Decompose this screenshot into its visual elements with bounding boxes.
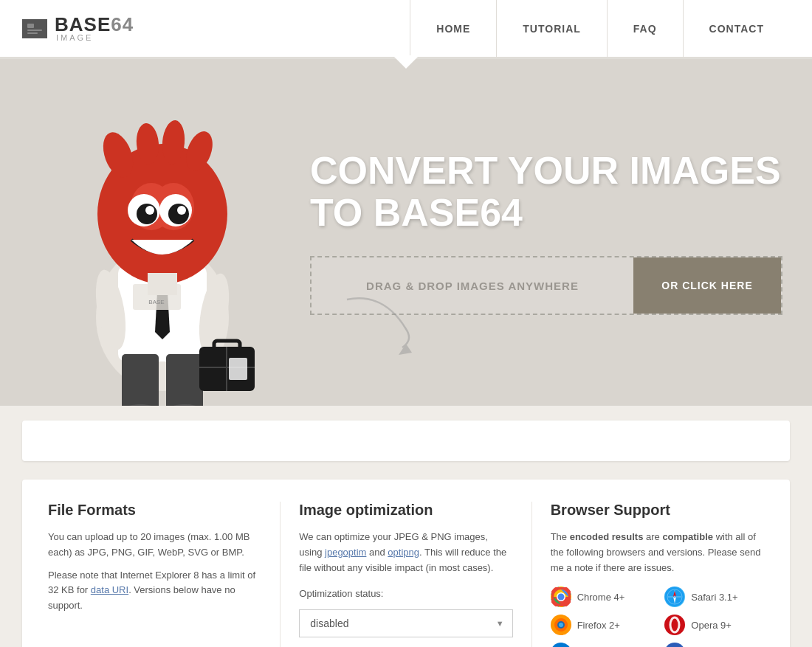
safari-label: Safari 3.1+ [691, 592, 737, 603]
nav-tutorial[interactable]: TUTORIAL [496, 0, 607, 58]
browser-edge: e Edge [551, 643, 650, 647]
main-nav: HOME TUTORIAL FAQ CONTACT [410, 0, 790, 58]
main-section: File Formats You can upload up to 20 ima… [0, 406, 812, 647]
logo-sub: IMAGE [56, 34, 134, 42]
nav-contact[interactable]: CONTACT [683, 0, 790, 58]
svg-point-30 [177, 206, 186, 215]
firefox-icon [551, 615, 571, 635]
browser-safari: Safari 3.1+ [664, 587, 764, 607]
svg-point-29 [145, 206, 154, 215]
chrome-label: Chrome 4+ [577, 592, 625, 603]
click-here-button[interactable]: OR CLICK HERE [633, 257, 781, 314]
edge-icon: e [551, 643, 571, 647]
browser-support-card: Browser Support The encoded results are … [551, 502, 764, 647]
image-opt-text: We can optimize your JPEG & PNG images, … [299, 530, 512, 575]
svg-text:BASE: BASE [148, 299, 164, 305]
header: BASE64 IMAGE HOME TUTORIAL FAQ CONTACT [0, 0, 812, 59]
nav-home[interactable]: HOME [410, 0, 496, 58]
svg-point-57 [664, 643, 685, 647]
chrome-icon [551, 587, 571, 607]
svg-rect-11 [122, 354, 159, 406]
nav-indicator-arrow [393, 55, 419, 69]
data-uri-link[interactable]: data URI [91, 584, 128, 595]
svg-rect-37 [148, 273, 177, 295]
opt-status-label: Optimization status: [299, 587, 512, 602]
svg-rect-12 [166, 354, 203, 406]
opt-select-wrapper: disabled enabled [299, 609, 512, 637]
hero-title: CONVERT YOUR IMAGES TO BASE64 [310, 150, 781, 234]
firefox-label: Firefox 2+ [577, 620, 620, 631]
svg-rect-31 [146, 240, 158, 251]
browser-support-intro: The encoded results are compatible with … [551, 530, 764, 575]
svg-rect-2 [27, 30, 42, 31]
image-opt-heading: Image optimization [299, 502, 512, 519]
svg-point-52 [559, 623, 563, 627]
hero-content: CONVERT YOUR IMAGES TO BASE64 DRAG & DRO… [310, 150, 812, 315]
status-bar [22, 421, 790, 461]
nav-faq[interactable]: FAQ [607, 0, 683, 58]
svg-rect-3 [27, 32, 38, 34]
file-formats-card: File Formats You can upload up to 20 ima… [48, 502, 281, 647]
opera-icon [664, 615, 685, 635]
svg-point-28 [168, 204, 189, 224]
jpegoptim-link[interactable]: jpegoptim [325, 547, 366, 558]
svg-rect-32 [161, 240, 173, 251]
mascot-illustration: MR BASE [44, 96, 281, 406]
file-formats-text2: Please note that Internet Explorer 8 has… [48, 568, 261, 614]
logo-area: BASE64 IMAGE [22, 15, 134, 42]
browser-list: Chrome 4+ Safari 3.1+ [551, 587, 764, 647]
hero-arrow-decoration [340, 292, 428, 361]
svg-rect-21 [229, 358, 247, 380]
image-optimization-card: Image optimization We can optimize your … [299, 502, 531, 647]
optipng-link[interactable]: optipng [388, 547, 419, 558]
svg-point-27 [137, 204, 157, 224]
file-formats-heading: File Formats [48, 502, 261, 519]
opera-label: Opera 9+ [691, 620, 732, 631]
hero-section: MR BASE [0, 59, 812, 406]
browser-opera: Opera 9+ [664, 615, 764, 635]
logo-text: BASE64 IMAGE [55, 15, 134, 42]
browser-support-heading: Browser Support [551, 502, 764, 519]
logo-icon [22, 19, 47, 38]
browser-chrome: Chrome 4+ [551, 587, 650, 607]
browser-ie: e IE 8+ [664, 643, 764, 647]
optimization-select[interactable]: disabled enabled [299, 609, 512, 637]
safari-icon [664, 587, 685, 607]
ie-icon: e [664, 643, 685, 647]
svg-point-42 [557, 594, 564, 601]
svg-rect-1 [27, 24, 34, 28]
svg-marker-38 [399, 344, 412, 355]
file-formats-text1: You can upload up to 20 images (max. 1.0… [48, 530, 261, 561]
info-cards: File Formats You can upload up to 20 ima… [22, 480, 790, 647]
browser-firefox: Firefox 2+ [551, 615, 650, 635]
logo-brand: BASE64 [55, 15, 134, 34]
